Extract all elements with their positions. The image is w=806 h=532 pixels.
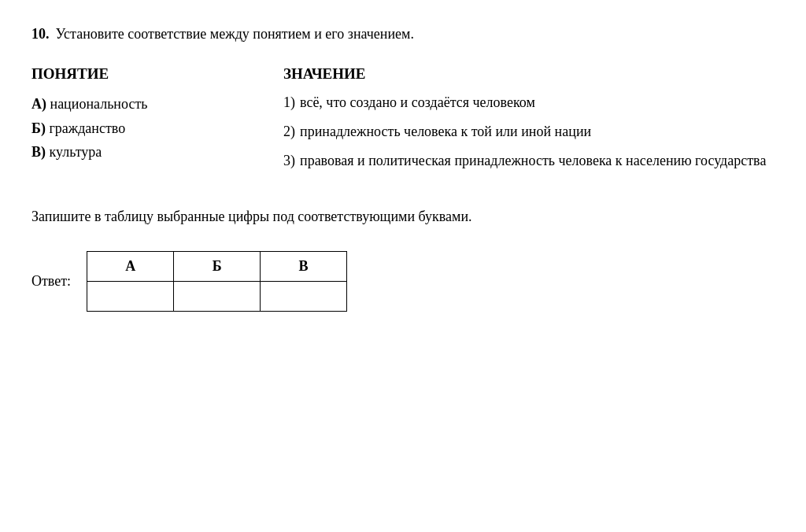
definition-item-3: 3) правовая и политическая принадлежност… [283,150,775,172]
concepts-column: ПОНЯТИЕ А) национальность Б) гражданство… [31,65,236,179]
table-header-v: В [261,252,347,282]
definition-item-1: 1) всё, что создано и создаётся человеко… [283,92,775,113]
question-text: Установите соответствие между понятием и… [56,24,414,45]
concept-item-v: В) культура [31,140,236,164]
answer-label: Ответ: [31,273,71,290]
concept-item-a: А) национальность [31,92,236,116]
definition-num-3: 3) [283,150,295,172]
instruction-text: Запишите в таблицу выбранные цифры под с… [31,206,775,227]
concept-text-v: культура [50,144,102,160]
answer-row: Ответ: А Б В [31,251,775,312]
table-header-a: А [87,252,174,282]
definition-num-2: 2) [283,121,295,142]
concept-text-b: гражданство [49,120,125,136]
concept-letter-b: Б) [31,120,46,136]
question-number: 10. [31,24,50,45]
answer-table: А Б В [87,251,347,312]
answer-cell-v[interactable] [261,282,347,312]
concept-letter-a: А) [31,96,46,112]
concepts-header: ПОНЯТИЕ [31,65,236,83]
question-header: 10. Установите соответствие между поняти… [31,24,775,45]
definitions-column: ЗНАЧЕНИЕ 1) всё, что создано и создаётся… [283,65,775,179]
concept-text-a: национальность [50,96,148,112]
concept-letter-v: В) [31,144,46,160]
definition-item-2: 2) принадлежность человека к той или ино… [283,121,775,142]
definition-num-1: 1) [283,92,295,113]
definitions-header: ЗНАЧЕНИЕ [283,65,775,83]
answer-cell-a[interactable] [87,282,174,312]
definition-text-3: правовая и политическая принадлежность ч… [300,150,766,172]
answer-cell-b[interactable] [174,282,261,312]
definition-text-1: всё, что создано и создаётся человеком [300,92,535,113]
question-block: 10. Установите соответствие между поняти… [31,24,775,312]
table-header-b: Б [174,252,261,282]
concept-item-b: Б) гражданство [31,116,236,141]
matching-section: ПОНЯТИЕ А) национальность Б) гражданство… [31,65,775,179]
definition-text-2: принадлежность человека к той или иной н… [300,121,591,142]
